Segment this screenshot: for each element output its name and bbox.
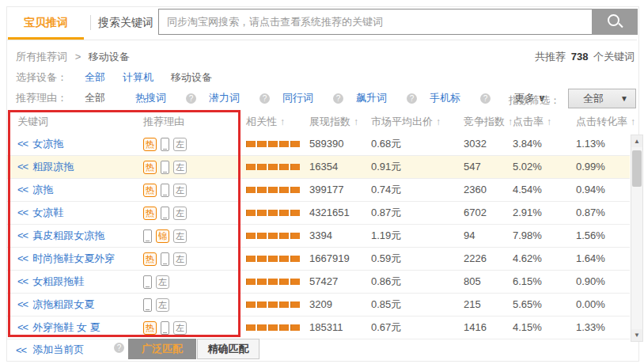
keyword-link[interactable]: 凉拖粗跟女夏 xyxy=(32,298,94,310)
exact-match-button[interactable]: 精确匹配 xyxy=(197,339,259,359)
scrollbar-up-arrow-icon[interactable]: ▲ xyxy=(631,135,642,147)
avg-price-value: 0.74元 xyxy=(371,179,464,201)
index-filter-dropdown[interactable]: 全部 ▼ xyxy=(568,89,636,108)
breadcrumb-root[interactable]: 所有推荐词 xyxy=(16,51,67,63)
keyword-link[interactable]: 真皮粗跟女凉拖 xyxy=(32,229,104,241)
help-icon[interactable]: ? xyxy=(407,93,417,104)
device-filter-label: 选择设备： xyxy=(16,70,67,85)
help-icon[interactable]: ? xyxy=(480,93,491,104)
help-icon[interactable]: ? xyxy=(259,93,270,104)
mobile-phone-icon xyxy=(143,298,152,312)
column-header: 推荐理由 xyxy=(143,111,246,133)
index-filter-label: 指数筛选： xyxy=(509,93,560,108)
device-option[interactable]: 全部 xyxy=(85,70,105,85)
hot-badge: 热 xyxy=(143,207,157,220)
keyword-link[interactable]: 女凉拖 xyxy=(32,138,63,150)
reason-option[interactable]: 手机标? xyxy=(430,91,491,105)
reason-option[interactable]: 飙升词? xyxy=(356,91,417,105)
keyword-cell: <<外穿拖鞋 女 夏 xyxy=(7,317,143,339)
relevance-bar-segment xyxy=(257,301,267,308)
column-header[interactable]: 市场平均出价↑ xyxy=(371,111,464,133)
hot-badge: 热 xyxy=(143,184,157,197)
mobile-phone-icon xyxy=(143,275,152,289)
impressions-value: 1667919 xyxy=(309,248,371,270)
reason-badges-cell: 左 xyxy=(143,271,246,293)
keyword-link[interactable]: 粗跟凉拖 xyxy=(32,161,74,173)
cvr-value: 0.90% xyxy=(576,271,630,293)
keyword-link[interactable]: 女凉鞋 xyxy=(32,207,63,218)
breadcrumb: 所有推荐词 > 移动设备 xyxy=(16,50,130,64)
competition-value: 2360 xyxy=(464,179,513,201)
relevance-bar-segment xyxy=(279,324,289,331)
mobile-phone-icon xyxy=(143,229,152,243)
relevance-bar-segment xyxy=(290,141,300,147)
reason-filter-options: 全部热搜词?潜力词?同行词?飙升词?手机标? xyxy=(85,91,503,105)
reason-option-label[interactable]: 热搜词 xyxy=(135,91,166,105)
reason-option[interactable]: 同行词? xyxy=(282,91,343,105)
relevance-bar-segment xyxy=(257,279,267,285)
broad-match-button[interactable]: 广泛匹配 xyxy=(128,339,196,359)
mobile-phone-icon xyxy=(161,138,169,151)
relevance-bar-segment xyxy=(257,324,267,331)
cvr-value: 0.87% xyxy=(576,202,630,224)
search-input[interactable] xyxy=(158,9,593,35)
vertical-scrollbar[interactable]: ▲ ▼ xyxy=(631,135,643,342)
relevance-bar-segment xyxy=(290,164,300,170)
keyword-link[interactable]: 时尚拖鞋女夏外穿 xyxy=(32,252,115,264)
help-icon[interactable]: ? xyxy=(186,93,196,104)
column-header[interactable]: 展现指数↑ xyxy=(309,111,371,133)
keyword-link[interactable]: 女粗跟拖鞋 xyxy=(32,275,84,287)
sort-asc-icon: ↑ xyxy=(547,116,551,127)
cvr-value: 0.99% xyxy=(576,156,630,178)
column-header[interactable]: 点击率↑ xyxy=(513,111,576,133)
keyword-link[interactable]: 外穿拖鞋 女 夏 xyxy=(32,321,100,333)
reason-option-label[interactable]: 同行词 xyxy=(282,91,313,105)
reason-badges-cell: 热左 xyxy=(143,156,246,178)
impressions-value: 589390 xyxy=(309,133,371,155)
relevance-bars xyxy=(246,133,309,155)
mobile-phone-icon xyxy=(161,252,169,266)
keyword-prefix: << xyxy=(17,207,28,218)
keyword-cell: <<粗跟凉拖 xyxy=(7,156,143,178)
total-suffix: 个关键词 xyxy=(593,51,635,63)
search-button[interactable] xyxy=(592,9,638,35)
scrollbar-down-arrow-icon[interactable]: ▼ xyxy=(631,329,642,341)
left-badge: 左 xyxy=(173,321,187,335)
reason-badges-cell: 热左 xyxy=(143,317,246,339)
relevance-bar-segment xyxy=(279,187,289,193)
help-icon[interactable]: ? xyxy=(114,343,124,353)
reason-option[interactable]: 热搜词? xyxy=(135,91,196,105)
keyword-link[interactable]: 凉拖 xyxy=(32,184,53,195)
reason-option-label[interactable]: 全部 xyxy=(85,91,105,105)
scrollbar-thumb[interactable] xyxy=(632,150,642,187)
device-option[interactable]: 计算机 xyxy=(123,70,153,85)
help-icon[interactable]: ? xyxy=(333,93,343,104)
reason-option[interactable]: 潜力词? xyxy=(209,91,270,105)
tab-product-keywords[interactable]: 宝贝推词 xyxy=(8,8,84,36)
table-row: <<外穿拖鞋 女 夏热左1853110.67元14164.15%1.33% xyxy=(7,317,630,339)
column-header-label: 展现指数 xyxy=(309,116,350,127)
column-header[interactable]: 相关性↑ xyxy=(246,111,309,133)
reason-option-label[interactable]: 潜力词 xyxy=(209,91,240,105)
column-header[interactable]: 竞争指数↑ xyxy=(464,111,513,133)
mobile-phone-icon xyxy=(161,184,169,197)
relevance-bars xyxy=(246,248,309,270)
avg-price-value: 0.91元 xyxy=(371,156,464,178)
relevance-bars xyxy=(246,156,309,178)
relevance-bar-segment xyxy=(246,164,256,170)
reason-option-label[interactable]: 手机标 xyxy=(430,91,460,105)
total-count: 738 xyxy=(571,51,589,63)
table-header: 关键词推荐理由相关性↑展现指数↑市场平均出价↑竞争指数↑点击率↑点击转化率↑ xyxy=(7,111,630,134)
column-header-label: 点击转化率 xyxy=(576,116,627,127)
reason-option[interactable]: 全部 xyxy=(85,91,123,105)
device-option[interactable]: 移动设备 xyxy=(171,70,212,85)
relevance-bar-segment xyxy=(290,301,300,308)
competition-value: 547 xyxy=(464,156,513,178)
tab-search-keywords[interactable]: 搜索关键词 xyxy=(93,8,158,36)
keyword-prefix: << xyxy=(17,161,28,173)
reason-option-label[interactable]: 飙升词 xyxy=(356,91,387,105)
add-current-page-link[interactable]: << 添加当前页 xyxy=(16,343,84,357)
keyword-cell: <<凉拖 xyxy=(7,179,143,201)
column-header[interactable]: 点击转化率↑ xyxy=(576,111,630,133)
mobile-phone-icon xyxy=(161,207,169,220)
